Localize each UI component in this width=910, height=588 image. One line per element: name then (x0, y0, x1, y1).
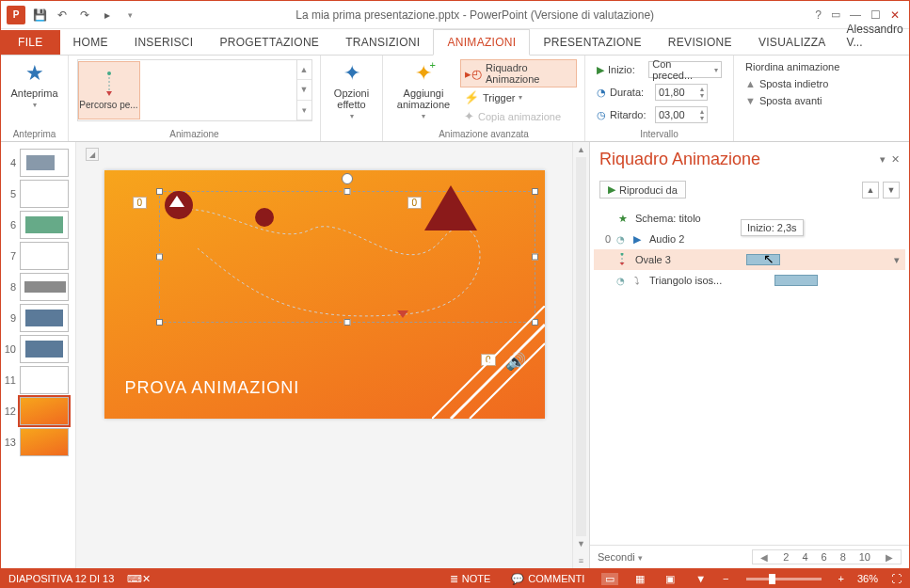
shape-oval[interactable] (165, 191, 193, 219)
gallery-down-icon[interactable]: ▼ (297, 80, 311, 100)
scroll-track[interactable] (576, 157, 586, 536)
slide-title[interactable]: PROVA ANIMAZIONI (125, 378, 300, 398)
seconds-menu-icon[interactable]: ▾ (638, 553, 643, 563)
move-up-button[interactable]: ▲ (862, 182, 879, 199)
trigger-button[interactable]: ⚡ Trigger ▾ (460, 88, 577, 106)
thumb-6[interactable] (20, 211, 69, 239)
anim-item-ovale[interactable]: Ovale 3 ▾ (594, 249, 905, 270)
tab-inserisci[interactable]: INSERISCI (121, 30, 207, 55)
gallery-up-icon[interactable]: ▲ (297, 60, 311, 80)
pane-close-icon[interactable]: ✕ (891, 153, 900, 166)
reading-view-button[interactable]: ▣ (662, 573, 679, 585)
durata-label: Durata: (610, 87, 651, 98)
group-intervallo: ▶ Inizio: Con preced...▾ ◔ Durata: 01,80… (585, 56, 734, 141)
save-icon[interactable]: 💾 (31, 7, 48, 24)
inizio-select[interactable]: Con preced...▾ (648, 61, 722, 78)
item-menu-icon[interactable]: ▾ (894, 254, 900, 266)
ruler-right-icon[interactable]: ▶ (884, 552, 895, 563)
scroll-down-icon[interactable]: ▼ (573, 536, 589, 551)
durata-row: ◔ Durata: 01,80▴▾ (593, 82, 726, 103)
gallery-spinner[interactable]: ▲ ▼ ▾ (296, 60, 311, 120)
tab-file[interactable]: FILE (1, 30, 60, 55)
riquadro-animazione-button[interactable]: ▸◴ Riquadro Animazione (460, 59, 577, 87)
animation-order-tag[interactable]: 0 (407, 197, 423, 209)
group-opzioni: ✦ Opzioni effetto ▾ (321, 56, 383, 141)
aggiungi-animazione-button[interactable]: ✦+ Aggiungi animazione ▾ (391, 59, 456, 125)
thumb-row: 12 (3, 397, 73, 425)
editor-scrollbar[interactable]: ▲ ▼ ≡ (572, 142, 589, 568)
start-show-icon[interactable]: ▸ (99, 7, 116, 24)
slide-counter[interactable]: DIAPOSITIVA 12 DI 13 (8, 573, 114, 584)
ritardo-input[interactable]: 03,00▴▾ (655, 106, 708, 123)
account-menu[interactable]: Alessandro V... ▾ (839, 17, 910, 55)
thumb-13[interactable] (20, 428, 69, 456)
zoom-out-button[interactable]: − (723, 573, 728, 584)
anim-item-triangolo[interactable]: ◔ ⤵ Triangolo isos... (594, 270, 905, 291)
opzioni-effetto-button[interactable]: ✦ Opzioni effetto ▾ (322, 59, 382, 122)
slide-thumbnails[interactable]: 4 5 6 7 8 9 10 11 12 13 (1, 142, 76, 568)
fit-to-window-button[interactable]: ⛶ (891, 573, 902, 584)
thumb-10[interactable] (20, 335, 69, 363)
undo-icon[interactable]: ↶ (54, 7, 71, 24)
thumb-4[interactable] (20, 149, 69, 177)
copia-animazione-button[interactable]: ✦ Copia animazione (460, 107, 577, 125)
gallery-item-percorso[interactable]: Percorso pe... (78, 61, 140, 119)
thumb-12[interactable] (20, 397, 69, 425)
tab-revisione[interactable]: REVISIONE (655, 30, 745, 55)
rotate-handle[interactable] (342, 173, 353, 184)
tab-home[interactable]: HOME (60, 30, 121, 55)
selection-box[interactable] (159, 191, 535, 323)
ruler-scale[interactable]: ◀ 2 4 6 8 10 ▶ (752, 549, 902, 564)
animation-list[interactable]: ★ Schema: titolo 0 ◔ ▶ Audio 2 Ovale 3 ▾ (590, 202, 909, 545)
redo-icon[interactable]: ↷ (76, 7, 93, 24)
app-logo-icon: P (7, 6, 25, 24)
zoom-slider[interactable] (746, 578, 822, 580)
thumb-7[interactable] (20, 242, 69, 270)
gallery-more-icon[interactable]: ▾ (297, 101, 311, 120)
animation-gallery[interactable]: Percorso pe... ▲ ▼ ▾ (77, 59, 312, 121)
slide-editor[interactable]: ◢ (76, 142, 572, 568)
tab-animazioni[interactable]: ANIMAZIONI (433, 29, 530, 56)
animation-order-tag[interactable]: 0 (133, 197, 148, 209)
scroll-up-icon[interactable]: ▲ (573, 142, 589, 157)
thumb-9[interactable] (20, 304, 69, 332)
thumb-row: 8 (3, 273, 73, 301)
group-label-anteprima: Anteprima (13, 127, 56, 139)
help-icon[interactable]: ? (815, 8, 822, 22)
spellcheck-icon[interactable]: ⌨✕ (127, 573, 151, 585)
thumb-8[interactable] (20, 273, 69, 301)
ruler-left-icon[interactable]: ◀ (758, 552, 770, 563)
zoom-slider-knob[interactable] (769, 574, 775, 584)
comments-button[interactable]: 💬COMMENTI (507, 573, 588, 585)
sposta-avanti-button[interactable]: ▼Sposta avanti (742, 93, 902, 108)
slide-canvas[interactable]: 0 0 0 🔊 PROVA ANIMAZIONI (104, 170, 545, 419)
anteprima-button[interactable]: ★ Anteprima ▾ (5, 59, 63, 111)
tab-progettazione[interactable]: PROGETTAZIONE (206, 30, 332, 55)
durata-input[interactable]: 01,80▴▾ (655, 84, 708, 101)
preview-star-icon: ★ (25, 61, 44, 86)
motion-path-item-icon (616, 253, 630, 266)
next-slide-icon[interactable]: ≡ (573, 553, 589, 568)
zoom-level[interactable]: 36% (857, 573, 878, 584)
sposta-indietro-button[interactable]: ▲Sposta indietro (742, 76, 902, 91)
qat-more-icon[interactable]: ▾ (121, 7, 138, 24)
sorter-view-button[interactable]: ▦ (631, 573, 648, 585)
ruler-toggle-icon[interactable]: ◢ (86, 148, 99, 161)
play-from-button[interactable]: ▶ Riproduci da (599, 181, 686, 199)
tab-transizioni[interactable]: TRANSIZIONI (332, 30, 433, 55)
pane-menu-icon[interactable]: ▾ (880, 153, 886, 166)
shape-triangle[interactable] (424, 185, 477, 230)
thumb-11[interactable] (20, 366, 69, 394)
tab-visualizza[interactable]: VISUALIZZA (745, 30, 839, 55)
timeline-bar[interactable] (774, 275, 818, 286)
shape-oval-small[interactable] (255, 208, 274, 227)
indietro-label: Sposta indietro (759, 78, 828, 89)
zoom-in-button[interactable]: + (838, 573, 844, 584)
slideshow-view-button[interactable]: ▼ (692, 573, 710, 584)
thumb-5[interactable] (20, 180, 69, 208)
notes-button[interactable]: ≣NOTE (446, 573, 495, 585)
move-down-button[interactable]: ▼ (883, 182, 900, 199)
normal-view-button[interactable]: ▭ (601, 573, 618, 585)
tab-presentazione[interactable]: PRESENTAZIONE (530, 30, 654, 55)
move-later-icon: ▼ (745, 95, 756, 106)
